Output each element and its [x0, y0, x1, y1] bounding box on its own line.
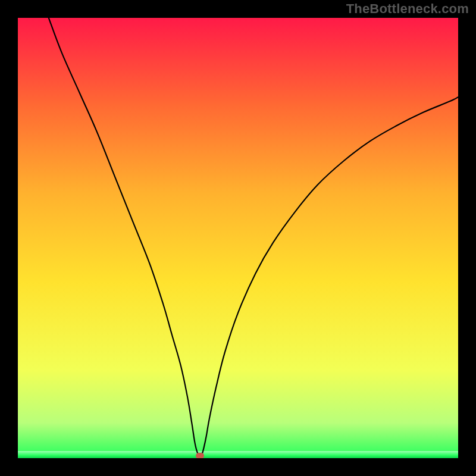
plot-area: [18, 18, 458, 458]
plot-svg: [18, 18, 458, 458]
chart-container: TheBottleneck.com: [0, 0, 476, 476]
gradient-background: [18, 18, 458, 458]
minimum-marker: [196, 453, 204, 458]
baseline-band: [18, 451, 458, 458]
watermark-text: TheBottleneck.com: [346, 1, 469, 17]
